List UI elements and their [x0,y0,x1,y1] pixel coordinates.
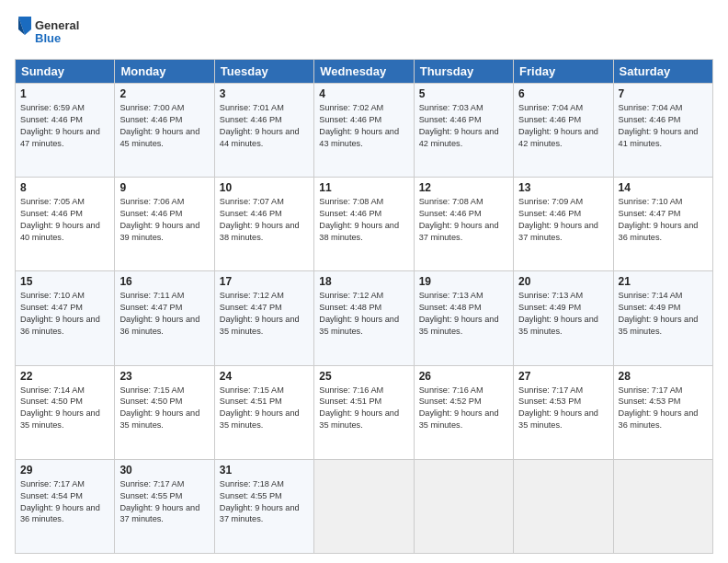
day-cell-16: 16 Sunrise: 7:11 AMSunset: 4:47 PMDaylig… [115,271,214,365]
day-number: 20 [518,275,608,288]
day-info: Sunrise: 7:08 AMSunset: 4:46 PMDaylight:… [419,196,508,244]
empty-cell [514,459,613,553]
empty-cell [314,459,414,553]
day-number: 7 [619,87,708,100]
day-cell-27: 27 Sunrise: 7:17 AMSunset: 4:53 PMDaylig… [514,365,613,459]
day-info: Sunrise: 6:59 AMSunset: 4:46 PMDaylight:… [20,102,109,150]
day-cell-4: 4 Sunrise: 7:02 AMSunset: 4:46 PMDayligh… [314,84,414,178]
day-info: Sunrise: 7:15 AMSunset: 4:50 PMDaylight:… [119,385,209,432]
day-number: 10 [220,181,309,194]
day-number: 30 [119,464,209,477]
day-number: 27 [518,370,608,383]
weekday-header-row: Sunday Monday Tuesday Wednesday Thursday… [16,60,713,84]
day-cell-13: 13 Sunrise: 7:09 AMSunset: 4:46 PMDaylig… [514,178,613,271]
day-number: 22 [20,370,109,383]
day-number: 28 [619,370,708,383]
header-friday: Friday [514,60,613,84]
day-cell-25: 25 Sunrise: 7:16 AMSunset: 4:51 PMDaylig… [314,365,414,459]
day-info: Sunrise: 7:17 AMSunset: 4:53 PMDaylight:… [518,385,608,432]
day-info: Sunrise: 7:12 AMSunset: 4:48 PMDaylight:… [319,290,408,338]
day-info: Sunrise: 7:17 AMSunset: 4:54 PMDaylight:… [20,478,109,526]
day-cell-5: 5 Sunrise: 7:03 AMSunset: 4:46 PMDayligh… [414,84,513,178]
logo-svg: General Blue [15,15,79,50]
day-info: Sunrise: 7:10 AMSunset: 4:47 PMDaylight:… [619,196,708,244]
day-info: Sunrise: 7:05 AMSunset: 4:46 PMDaylight:… [20,196,109,244]
day-cell-26: 26 Sunrise: 7:16 AMSunset: 4:52 PMDaylig… [414,365,513,459]
day-number: 19 [419,275,508,288]
day-number: 25 [319,370,408,383]
day-number: 8 [20,181,109,194]
day-info: Sunrise: 7:15 AMSunset: 4:51 PMDaylight:… [220,385,309,432]
page: General Blue Sunday Monday Tuesday Wedne… [0,0,728,563]
day-info: Sunrise: 7:00 AMSunset: 4:46 PMDaylight:… [119,102,209,150]
day-number: 5 [419,87,508,100]
day-number: 2 [119,87,209,100]
day-cell-3: 3 Sunrise: 7:01 AMSunset: 4:46 PMDayligh… [214,84,313,178]
logo: General Blue [15,15,79,50]
day-info: Sunrise: 7:18 AMSunset: 4:55 PMDaylight:… [220,478,309,526]
day-cell-8: 8 Sunrise: 7:05 AMSunset: 4:46 PMDayligh… [16,178,115,271]
week-row-2: 8 Sunrise: 7:05 AMSunset: 4:46 PMDayligh… [16,178,713,271]
day-info: Sunrise: 7:11 AMSunset: 4:47 PMDaylight:… [119,290,209,338]
day-cell-7: 7 Sunrise: 7:04 AMSunset: 4:46 PMDayligh… [613,84,712,178]
day-number: 24 [220,370,309,383]
day-number: 14 [619,181,708,194]
svg-text:General: General [35,18,79,32]
day-cell-17: 17 Sunrise: 7:12 AMSunset: 4:47 PMDaylig… [214,271,313,365]
week-row-4: 22 Sunrise: 7:14 AMSunset: 4:50 PMDaylig… [16,365,713,459]
day-info: Sunrise: 7:16 AMSunset: 4:51 PMDaylight:… [319,385,408,432]
day-cell-29: 29 Sunrise: 7:17 AMSunset: 4:54 PMDaylig… [16,459,115,553]
day-number: 3 [220,87,309,100]
day-number: 13 [518,181,608,194]
day-number: 21 [619,275,708,288]
day-info: Sunrise: 7:02 AMSunset: 4:46 PMDaylight:… [319,102,408,150]
day-info: Sunrise: 7:06 AMSunset: 4:46 PMDaylight:… [119,196,209,244]
day-cell-9: 9 Sunrise: 7:06 AMSunset: 4:46 PMDayligh… [115,178,214,271]
header: General Blue [15,15,713,50]
day-number: 26 [419,370,508,383]
day-cell-21: 21 Sunrise: 7:14 AMSunset: 4:49 PMDaylig… [613,271,712,365]
day-number: 16 [119,275,209,288]
header-thursday: Thursday [414,60,513,84]
day-cell-11: 11 Sunrise: 7:08 AMSunset: 4:46 PMDaylig… [314,178,414,271]
day-cell-23: 23 Sunrise: 7:15 AMSunset: 4:50 PMDaylig… [115,365,214,459]
day-info: Sunrise: 7:13 AMSunset: 4:48 PMDaylight:… [419,290,508,338]
day-cell-1: 1 Sunrise: 6:59 AMSunset: 4:46 PMDayligh… [16,84,115,178]
header-tuesday: Tuesday [214,60,313,84]
day-info: Sunrise: 7:08 AMSunset: 4:46 PMDaylight:… [319,196,408,244]
day-cell-30: 30 Sunrise: 7:17 AMSunset: 4:55 PMDaylig… [115,459,214,553]
empty-cell [613,459,712,553]
day-info: Sunrise: 7:12 AMSunset: 4:47 PMDaylight:… [220,290,309,338]
header-wednesday: Wednesday [314,60,414,84]
day-info: Sunrise: 7:07 AMSunset: 4:46 PMDaylight:… [220,196,309,244]
day-number: 12 [419,181,508,194]
day-number: 9 [119,181,209,194]
day-number: 31 [220,464,309,477]
day-number: 11 [319,181,408,194]
day-number: 1 [20,87,109,100]
day-number: 6 [518,87,608,100]
day-cell-12: 12 Sunrise: 7:08 AMSunset: 4:46 PMDaylig… [414,178,513,271]
week-row-1: 1 Sunrise: 6:59 AMSunset: 4:46 PMDayligh… [16,84,713,178]
day-info: Sunrise: 7:04 AMSunset: 4:46 PMDaylight:… [619,102,708,150]
day-info: Sunrise: 7:03 AMSunset: 4:46 PMDaylight:… [419,102,508,150]
day-number: 18 [319,275,408,288]
day-info: Sunrise: 7:09 AMSunset: 4:46 PMDaylight:… [518,196,608,244]
day-cell-14: 14 Sunrise: 7:10 AMSunset: 4:47 PMDaylig… [613,178,712,271]
empty-cell [414,459,513,553]
day-cell-28: 28 Sunrise: 7:17 AMSunset: 4:53 PMDaylig… [613,365,712,459]
day-info: Sunrise: 7:16 AMSunset: 4:52 PMDaylight:… [419,385,508,432]
day-cell-20: 20 Sunrise: 7:13 AMSunset: 4:49 PMDaylig… [514,271,613,365]
day-number: 23 [119,370,209,383]
week-row-5: 29 Sunrise: 7:17 AMSunset: 4:54 PMDaylig… [16,459,713,553]
day-info: Sunrise: 7:13 AMSunset: 4:49 PMDaylight:… [518,290,608,338]
day-cell-24: 24 Sunrise: 7:15 AMSunset: 4:51 PMDaylig… [214,365,313,459]
day-cell-6: 6 Sunrise: 7:04 AMSunset: 4:46 PMDayligh… [514,84,613,178]
day-info: Sunrise: 7:10 AMSunset: 4:47 PMDaylight:… [20,290,109,338]
day-cell-22: 22 Sunrise: 7:14 AMSunset: 4:50 PMDaylig… [16,365,115,459]
day-cell-2: 2 Sunrise: 7:00 AMSunset: 4:46 PMDayligh… [115,84,214,178]
header-monday: Monday [115,60,214,84]
day-number: 17 [220,275,309,288]
header-saturday: Saturday [613,60,712,84]
week-row-3: 15 Sunrise: 7:10 AMSunset: 4:47 PMDaylig… [16,271,713,365]
